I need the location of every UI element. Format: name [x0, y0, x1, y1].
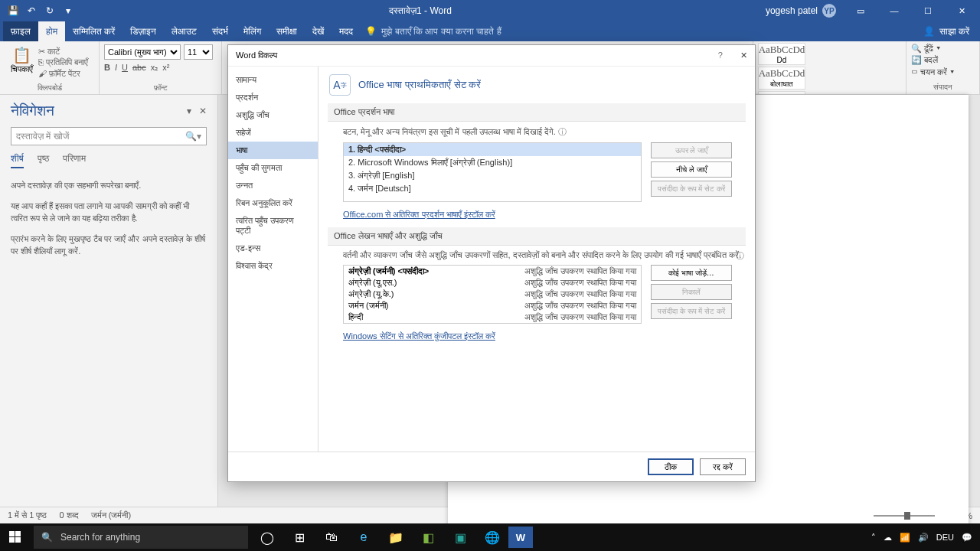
strike-button[interactable]: abc — [132, 63, 146, 73]
tab-home[interactable]: होम — [38, 21, 65, 41]
nav-tab-pages[interactable]: पृष्ठ — [38, 153, 49, 168]
store-icon[interactable]: 🛍 — [315, 523, 348, 551]
underline-button[interactable]: U — [122, 63, 128, 73]
edge-icon[interactable]: e — [348, 523, 380, 551]
zoom-slider[interactable] — [874, 515, 935, 517]
ribbon-mode-icon[interactable]: ▭ — [845, 0, 876, 21]
display-lang-row[interactable]: 1. हिन्दी <पसंदीदा> — [344, 143, 641, 156]
nav-search-input[interactable]: दस्तावेज़ में खोजें 🔍▾ — [11, 127, 207, 145]
info-icon[interactable]: ⓘ — [736, 250, 744, 262]
options-category-3[interactable]: सहेजें — [228, 124, 318, 142]
options-category-10[interactable]: विश्वास केंद्र — [228, 257, 318, 275]
options-category-8[interactable]: त्वरित पहुँच उपकरण पट्टी — [228, 212, 318, 240]
options-category-9[interactable]: एड-इन्स — [228, 240, 318, 257]
chrome-icon[interactable]: 🌐 — [476, 523, 508, 551]
nav-menu-icon[interactable]: ▾ — [187, 106, 191, 116]
tell-me[interactable]: 💡 मुझे बताएँ कि आप क्या करना चाहते हैं — [365, 26, 501, 37]
cancel-button[interactable]: रद्द करें — [700, 458, 746, 475]
tab-design[interactable]: डिज़ाइन — [122, 21, 164, 41]
display-lang-row[interactable]: 4. जर्मन [Deutsch] — [344, 182, 641, 195]
options-category-2[interactable]: अशुद्धि जाँच — [228, 106, 318, 124]
options-category-5[interactable]: पहुँच की सुगमता — [228, 159, 318, 177]
display-language-list[interactable]: 1. हिन्दी <पसंदीदा>2. Microsoft Windows … — [343, 142, 642, 202]
tab-mailings[interactable]: मेलिंग — [236, 21, 269, 41]
maximize-icon[interactable]: ☐ — [913, 0, 943, 21]
tab-references[interactable]: संदर्भ — [204, 21, 236, 41]
tab-insert[interactable]: सम्मिलित करें — [65, 21, 122, 41]
authoring-lang-row[interactable]: अंग्रेज़ी (जर्मनी) <पसंदीदा>अशुद्धि जाँच… — [344, 266, 641, 277]
tray-cloud-icon[interactable]: ☁ — [884, 533, 892, 543]
display-lang-row[interactable]: 2. Microsoft Windows मिलाएँ [अंग्रेज़ी (… — [344, 156, 641, 169]
authoring-lang-row[interactable]: अंग्रेज़ी (यू.एस.)अशुद्धि जाँच उपकरण स्थ… — [344, 277, 641, 289]
font-name-select[interactable]: Calibri (मुख्य भाग) — [104, 44, 181, 60]
add-language-button[interactable]: कोई भाषा जोड़ें… — [651, 265, 732, 281]
ribbon-tabstrip: फ़ाइल होम सम्मिलित करें डिज़ाइन लेआउट सं… — [0, 21, 980, 41]
find-button[interactable]: 🔍 ढूँढें ▾ — [911, 43, 975, 54]
nav-close-icon[interactable]: ✕ — [199, 106, 207, 116]
authoring-lang-row[interactable]: अंग्रेज़ी (यू.के.)अशुद्धि जाँच उपकरण स्थ… — [344, 289, 641, 300]
taskbar-search[interactable]: 🔍 Search for anything — [34, 526, 248, 549]
tab-review[interactable]: समीक्षा — [269, 21, 305, 41]
status-language[interactable]: जर्मन (जर्मनी) — [91, 510, 131, 520]
nav-tab-results[interactable]: परिणाम — [63, 153, 86, 168]
replace-button[interactable]: 🔄 बदलें — [911, 54, 975, 66]
authoring-lang-row[interactable]: जर्मन (जर्मनी)अशुद्धि जाँच उपकरण स्थापित… — [344, 300, 641, 311]
start-button[interactable] — [0, 523, 31, 551]
italic-button[interactable]: I — [115, 63, 117, 73]
display-lang-row[interactable]: 3. अंग्रेज़ी [English] — [344, 169, 641, 182]
ok-button[interactable]: ठीक — [648, 458, 694, 475]
authoring-language-list[interactable]: अंग्रेज़ी (जर्मनी) <पसंदीदा>अशुद्धि जाँच… — [343, 265, 642, 324]
share-button[interactable]: 👤 साझा करें — [913, 26, 980, 37]
tab-file[interactable]: फ़ाइल — [3, 21, 38, 41]
task-view-icon[interactable]: ⊞ — [283, 523, 315, 551]
font-size-select[interactable]: 11 — [184, 44, 213, 60]
status-page-count[interactable]: 1 में से 1 पृष्ठ — [8, 510, 47, 520]
keyboard-layout[interactable]: DEU — [936, 533, 954, 542]
superscript-button[interactable]: x² — [162, 63, 169, 73]
snagit-icon[interactable]: ▣ — [444, 523, 476, 551]
options-category-4[interactable]: भाषा — [228, 142, 318, 159]
tab-view[interactable]: देखें — [305, 21, 332, 41]
info-icon[interactable]: ⓘ — [558, 127, 567, 136]
cortana-icon[interactable]: ◯ — [251, 523, 283, 551]
dialog-close-icon[interactable]: ✕ — [740, 51, 747, 60]
nav-tab-headings[interactable]: शीर्ष — [11, 153, 24, 168]
tray-sound-icon[interactable]: 🔊 — [918, 533, 929, 543]
cut-button[interactable]: ✂ काटें — [38, 46, 88, 57]
tray-wifi-icon[interactable]: 📶 — [900, 533, 910, 543]
subscript-button[interactable]: x₂ — [151, 63, 158, 73]
account-button[interactable]: yogesh patel YP — [760, 4, 842, 18]
customize-qat-icon[interactable]: ▾ — [60, 2, 77, 19]
style-gallery-item[interactable]: AaBbCcDdबोलाघात — [758, 67, 805, 90]
copy-button[interactable]: ⎘ प्रतिलिपि बनाएँ — [38, 57, 88, 67]
status-word-count[interactable]: 0 शब्द — [59, 510, 78, 520]
word-icon[interactable]: W — [508, 527, 533, 548]
options-category-7[interactable]: रिबन अनुकूलित करें — [228, 194, 318, 212]
select-button[interactable]: ▭ चयन करें ▾ — [911, 67, 975, 78]
help-icon[interactable]: ? — [718, 51, 723, 60]
move-down-button[interactable]: नीचे ले जाएँ — [651, 161, 732, 178]
editing-group-label: संपादन — [906, 82, 979, 93]
tray-chevron-icon[interactable]: ˄ — [871, 533, 876, 543]
save-icon[interactable]: 💾 — [5, 2, 21, 19]
install-display-lang-link[interactable]: Office.com से अतिरिक्त प्रदर्शन भाषाएँ इ… — [343, 210, 495, 220]
tab-help[interactable]: मदद — [332, 21, 361, 41]
svg-rect-0 — [9, 531, 15, 536]
camtasia-icon[interactable]: ◧ — [412, 523, 444, 551]
authoring-lang-row[interactable]: हिन्दीअशुद्धि जाँच उपकरण स्थापित किया गय… — [344, 311, 641, 323]
explorer-icon[interactable]: 📁 — [380, 523, 412, 551]
redo-icon[interactable]: ↻ — [41, 2, 58, 19]
options-category-0[interactable]: सामान्य — [228, 71, 318, 89]
options-category-6[interactable]: उन्नत — [228, 177, 318, 194]
cut-label: काटें — [47, 47, 60, 56]
bold-button[interactable]: B — [104, 63, 110, 73]
format-painter-button[interactable]: 🖌 फ़ॉर्मेट पेंटर — [38, 68, 88, 79]
style-gallery-item[interactable]: AaBbCcDdDd — [758, 43, 805, 65]
install-keyboard-link[interactable]: Windows सेटिंग से अतिरिक्त कुंजीपटल इंस्… — [343, 331, 495, 341]
options-category-1[interactable]: प्रदर्शन — [228, 89, 318, 106]
tab-layout[interactable]: लेआउट — [164, 21, 204, 41]
minimize-icon[interactable]: — — [879, 0, 910, 21]
undo-icon[interactable]: ↶ — [23, 2, 40, 19]
close-icon[interactable]: ✕ — [946, 0, 977, 21]
notifications-icon[interactable]: 💬 — [962, 533, 972, 543]
